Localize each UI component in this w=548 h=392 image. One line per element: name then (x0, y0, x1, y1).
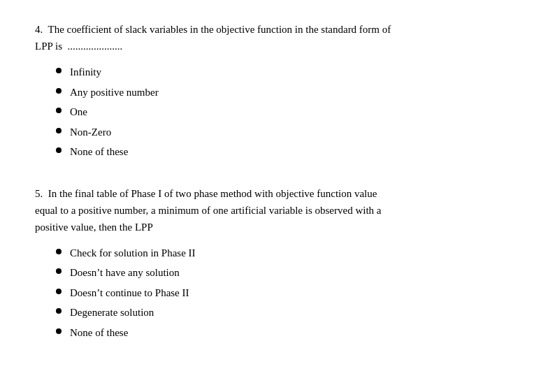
q4-line1: 4. The coefficient of slack variables in… (35, 24, 391, 35)
list-item: Doesn’t continue to Phase II (56, 285, 513, 301)
list-item: Non-Zero (56, 124, 513, 140)
q4-options-list: Infinity Any positive number One Non-Zer… (35, 64, 513, 160)
bullet-icon (56, 249, 62, 254)
list-item: One (56, 104, 513, 120)
bullet-icon (56, 308, 62, 314)
option-text: Doesn’t have any solution (70, 265, 180, 281)
q5-line1: 5. In the final table of Phase I of two … (35, 188, 377, 199)
list-item: Degenerate solution (56, 305, 513, 321)
bullet-icon (56, 108, 62, 113)
question-4-block: 4. The coefficient of slack variables in… (35, 21, 513, 160)
q5-options-list: Check for solution in Phase II Doesn’t h… (35, 245, 513, 341)
q4-line2: LPP is ..................... (35, 41, 122, 52)
option-text: None of these (70, 325, 128, 341)
list-item: None of these (56, 325, 513, 341)
q5-line2: equal to a positive number, a minimum of… (35, 205, 382, 216)
bullet-icon (56, 289, 62, 294)
list-item: Check for solution in Phase II (56, 245, 513, 261)
option-text: Any positive number (70, 85, 159, 101)
list-item: Infinity (56, 64, 513, 80)
q5-line3: positive value, then the LPP (35, 222, 153, 233)
option-text: None of these (70, 144, 128, 160)
question-5-text: 5. In the final table of Phase I of two … (35, 185, 513, 235)
option-text: One (70, 104, 87, 120)
bullet-icon (56, 68, 62, 73)
option-text: Infinity (70, 64, 101, 80)
option-text: Check for solution in Phase II (70, 245, 196, 261)
bullet-icon (56, 328, 62, 334)
list-item: None of these (56, 144, 513, 160)
bullet-icon (56, 147, 62, 153)
bullet-icon (56, 128, 62, 133)
question-5-block: 5. In the final table of Phase I of two … (35, 185, 513, 341)
list-item: Doesn’t have any solution (56, 265, 513, 281)
option-text: Doesn’t continue to Phase II (70, 285, 189, 301)
list-item: Any positive number (56, 85, 513, 101)
question-4-text: 4. The coefficient of slack variables in… (35, 21, 513, 55)
bullet-icon (56, 88, 62, 94)
option-text: Degenerate solution (70, 305, 154, 321)
bullet-icon (56, 268, 62, 274)
option-text: Non-Zero (70, 124, 111, 140)
